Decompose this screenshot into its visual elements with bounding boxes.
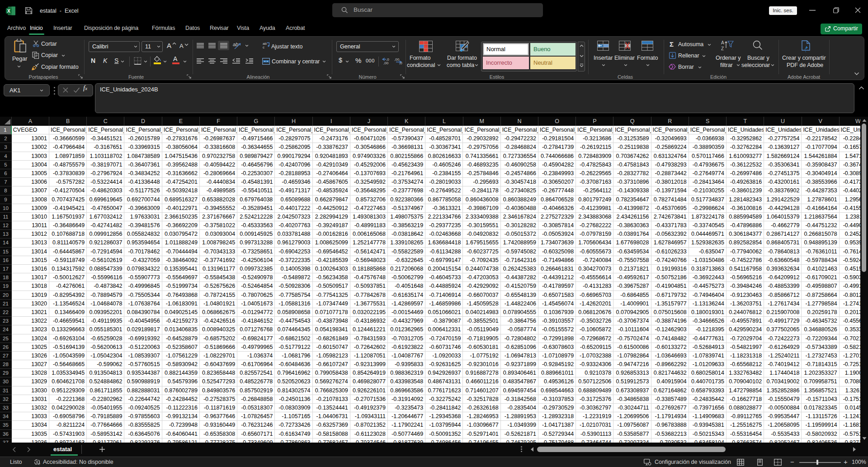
svg-text:,00: ,00 (383, 61, 389, 65)
svg-text:,0: ,0 (399, 61, 402, 65)
svg-text:Z: Z (721, 46, 724, 51)
svg-text:X: X (7, 9, 10, 14)
svg-text:A: A (721, 40, 724, 45)
svg-text:?: ? (38, 462, 40, 466)
svg-text:c: c (263, 45, 264, 49)
svg-text:,00: ,00 (394, 57, 400, 62)
